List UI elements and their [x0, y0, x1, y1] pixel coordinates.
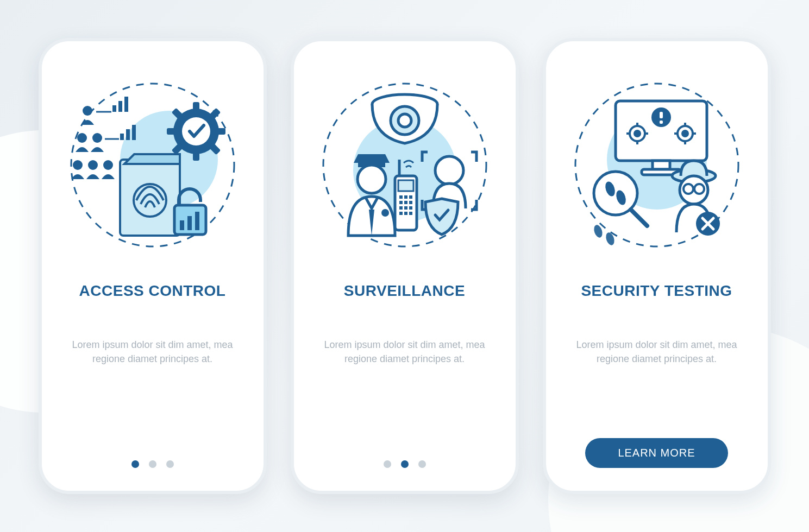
svg-point-20: [92, 133, 102, 143]
svg-rect-25: [118, 101, 122, 112]
svg-rect-11: [167, 128, 178, 135]
svg-rect-75: [660, 121, 663, 124]
svg-rect-74: [660, 112, 663, 118]
svg-point-21: [73, 160, 83, 170]
svg-point-64: [682, 131, 688, 136]
svg-point-62: [635, 131, 640, 136]
learn-more-button[interactable]: LEARN MORE: [585, 438, 728, 468]
svg-rect-54: [409, 212, 412, 215]
svg-rect-53: [404, 212, 407, 215]
screen-title: ACCESS CONTROL: [79, 282, 226, 300]
svg-line-83: [631, 210, 647, 226]
svg-point-19: [77, 133, 87, 143]
svg-point-23: [103, 160, 113, 170]
svg-point-22: [88, 160, 98, 170]
pager-dot-3[interactable]: [166, 460, 174, 468]
svg-rect-44: [404, 195, 407, 199]
svg-rect-51: [409, 206, 412, 210]
svg-rect-7: [195, 212, 199, 230]
phone-mockup-3: SECURITY TESTING Lorem ipsum dolor sit d…: [543, 38, 771, 494]
svg-point-38: [358, 165, 386, 193]
svg-rect-9: [193, 102, 199, 113]
svg-point-39: [381, 209, 389, 217]
svg-rect-45: [409, 195, 412, 199]
phone-mockup-2: SURVEILLANCE Lorem ipsum dolor sit dim a…: [291, 38, 519, 494]
svg-rect-10: [193, 150, 199, 161]
svg-rect-2: [120, 160, 180, 236]
phone-mockup-1: ACCESS CONTROL Lorem ipsum dolor sit dim…: [39, 38, 267, 494]
svg-point-55: [435, 156, 463, 185]
svg-rect-24: [112, 105, 116, 112]
svg-rect-48: [409, 201, 412, 204]
pager-dot-1[interactable]: [384, 460, 391, 468]
svg-rect-26: [124, 97, 128, 112]
screen-description: Lorem ipsum dolor sit dim amet, mea regi…: [575, 338, 738, 366]
screen-title: SECURITY TESTING: [581, 282, 732, 300]
pager-dot-2[interactable]: [401, 460, 409, 468]
svg-rect-41: [398, 180, 413, 191]
svg-rect-28: [126, 129, 130, 140]
svg-rect-46: [399, 201, 403, 204]
svg-rect-27: [120, 134, 124, 140]
surveillance-icon: [318, 78, 492, 252]
pager: [42, 460, 264, 468]
screen-title: SURVEILLANCE: [344, 282, 465, 300]
pager-dot-1[interactable]: [131, 460, 139, 468]
svg-point-18: [83, 106, 92, 116]
screen-description: Lorem ipsum dolor sit dim amet, mea regi…: [71, 338, 234, 366]
svg-rect-50: [404, 206, 407, 210]
svg-point-36: [398, 114, 411, 127]
svg-rect-52: [399, 212, 403, 215]
access-control-icon: [66, 78, 240, 252]
svg-rect-43: [399, 195, 403, 199]
security-testing-icon: [570, 78, 744, 252]
onboarding-phones: ACCESS CONTROL Lorem ipsum dolor sit dim…: [39, 38, 771, 494]
svg-rect-29: [132, 125, 136, 140]
pager-dot-2[interactable]: [149, 460, 156, 468]
svg-rect-6: [187, 216, 192, 230]
pager-dot-3[interactable]: [418, 460, 426, 468]
svg-rect-12: [215, 128, 225, 135]
svg-rect-5: [180, 220, 184, 230]
pager: [294, 460, 516, 468]
svg-rect-49: [399, 206, 403, 210]
svg-point-17: [182, 117, 210, 145]
svg-rect-47: [404, 201, 407, 204]
screen-description: Lorem ipsum dolor sit dim amet, mea regi…: [323, 338, 486, 366]
